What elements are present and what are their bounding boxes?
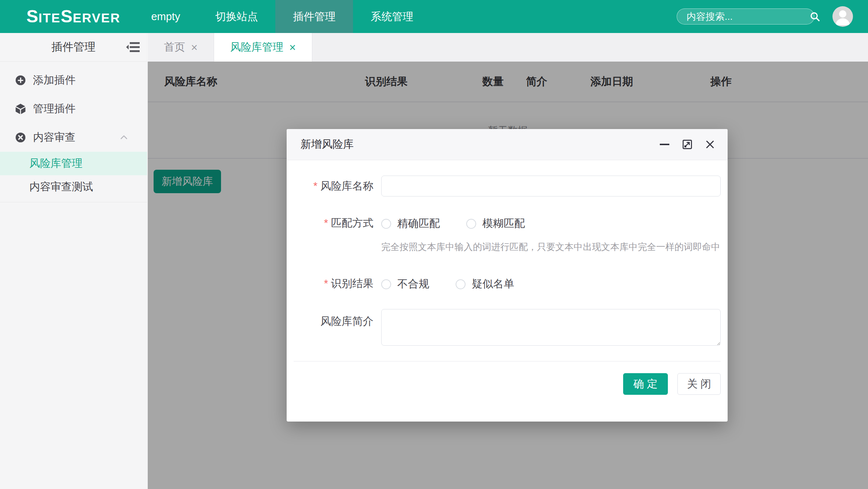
required-mark: * [324,217,328,229]
top-nav: S ITE S ERVER empty 切换站点 插件管理 系统管理 [0,0,868,33]
field-label: *匹配方式 [287,213,374,253]
user-avatar[interactable] [832,6,853,27]
logo-part: S [26,8,38,25]
sidebar-title: 插件管理 [52,40,96,55]
sidebar-menu: 添加插件 管理插件 内容审查 风险库管理 内容审查测试 [0,62,147,202]
minimize-icon[interactable] [658,138,671,151]
window-controls [658,138,717,151]
radio-label: 模糊匹配 [482,216,525,231]
radio-circle-icon [456,279,466,289]
sidebar-divider [0,202,147,202]
match-mode-help-text: 完全按照文本库中输入的词进行匹配，只要文本中出现文本库中完全一样的词即命中 [381,240,721,253]
field-label: *风险库名称 [287,176,374,196]
tab-risk-library[interactable]: 风险库管理 × [214,33,312,62]
sidebar-item-content-review[interactable]: 内容审查 [0,123,147,152]
nav-item-system-manage[interactable]: 系统管理 [353,0,431,33]
close-icon[interactable] [703,138,717,151]
radio-label: 疑似名单 [472,277,514,291]
radio-circle-icon [466,219,476,229]
person-icon [832,6,853,27]
sidebar: 插件管理 添加插件 管理插件 [0,33,147,489]
radio-exact-match[interactable]: 精确匹配 [381,216,440,231]
tab-close-icon[interactable]: × [191,42,198,53]
radio-fuzzy-match[interactable]: 模糊匹配 [466,216,525,231]
sidebar-item-label: 风险库管理 [29,156,82,171]
radio-label: 精确匹配 [397,216,440,231]
radio-non-compliant[interactable]: 不合规 [381,277,429,291]
form-row-intro: 风险库简介 [287,309,728,347]
tab-close-icon[interactable]: × [289,42,296,53]
sidebar-item-label: 内容审查测试 [29,180,93,194]
maximize-icon[interactable] [681,138,694,151]
risk-library-intro-textarea[interactable] [381,309,721,346]
nav-item-empty[interactable]: empty [133,0,198,33]
tab-label: 首页 [164,40,185,55]
logo-part: ITE [38,11,60,24]
siteserver-logo[interactable]: S ITE S ERVER [26,8,120,25]
tab-home[interactable]: 首页 × [148,33,214,62]
sidebar-header: 插件管理 [0,33,147,62]
dialog-title: 新增风险库 [301,137,354,152]
form-row-name: *风险库名称 [287,176,728,196]
field-label: *识别结果 [287,273,374,295]
required-mark: * [324,277,328,289]
radio-label: 不合规 [397,277,429,291]
form-row-result: *识别结果 不合规 疑似名单 [287,273,728,295]
sidebar-item-risk-library[interactable]: 风险库管理 [0,152,147,175]
nav-item-plugin-manage[interactable]: 插件管理 [275,0,353,33]
sidebar-item-content-review-test[interactable]: 内容审查测试 [0,175,147,199]
search-input[interactable] [687,11,809,22]
sidebar-item-add-plugin[interactable]: 添加插件 [0,66,147,95]
content-search-box[interactable] [677,8,814,25]
chevron-up-icon [119,133,129,142]
risk-library-name-input[interactable] [381,176,721,196]
dialog-footer: 确 定 关 闭 [287,361,728,395]
tab-label: 风险库管理 [230,40,283,55]
confirm-button[interactable]: 确 定 [623,373,668,395]
cube-icon [15,103,26,115]
dialog-header: 新增风险库 [287,129,728,160]
radio-suspect-list[interactable]: 疑似名单 [456,277,514,291]
sidebar-item-label: 添加插件 [33,73,76,88]
form-row-match-mode: *匹配方式 精确匹配 模糊匹配 完全按照文本库中输入的词进行匹配，只要文本中出现… [287,213,728,253]
top-nav-items: empty 切换站点 插件管理 系统管理 [133,0,431,33]
x-circle-icon [15,132,26,143]
dialog-body: *风险库名称 *匹配方式 精确匹配 模糊匹配 [287,160,728,347]
plus-circle-icon [15,74,26,86]
radio-circle-icon [381,219,391,229]
sidebar-collapse-icon[interactable] [126,40,140,54]
close-button[interactable]: 关 闭 [677,373,721,395]
nav-item-switch-site[interactable]: 切换站点 [198,0,275,33]
search-icon[interactable] [809,11,820,22]
tab-bar: 首页 × 风险库管理 × [148,33,868,62]
field-label: 风险库简介 [287,309,374,347]
sidebar-item-label: 内容审查 [33,130,76,145]
radio-circle-icon [381,279,391,289]
logo-part: ERVER [73,11,120,24]
sidebar-item-manage-plugin[interactable]: 管理插件 [0,95,147,123]
sidebar-item-label: 管理插件 [33,102,76,116]
required-mark: * [313,180,317,192]
add-risk-library-dialog: 新增风险库 *风险库名称 [287,129,728,422]
logo-part: S [60,8,73,25]
